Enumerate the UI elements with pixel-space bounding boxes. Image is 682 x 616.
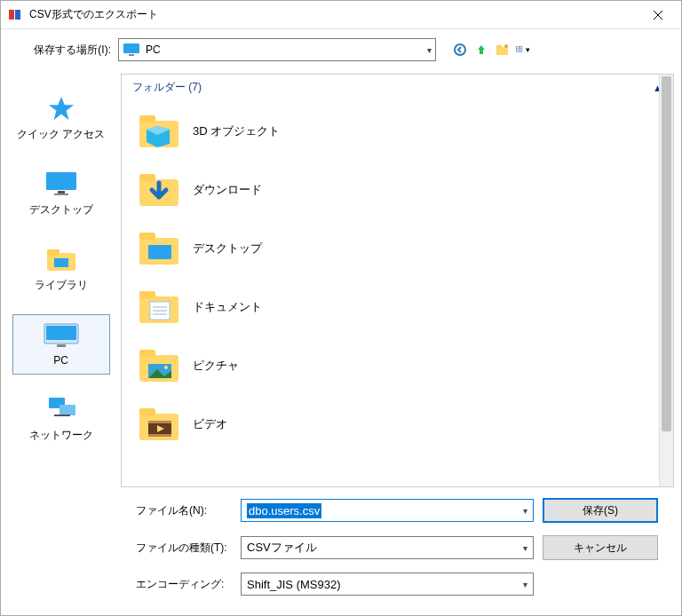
svg-point-9 <box>504 44 508 48</box>
section-header[interactable]: フォルダー (7) ▲ <box>122 75 673 97</box>
folder-downloads-icon <box>136 168 184 212</box>
folder-item-downloads[interactable]: ダウンロード <box>136 161 673 219</box>
nav-icons: ▾ <box>452 42 532 58</box>
svg-rect-43 <box>139 350 155 357</box>
svg-rect-35 <box>148 245 171 259</box>
folder-label: ビデオ <box>184 416 227 432</box>
save-button[interactable]: 保存(S) <box>543 498 658 523</box>
folder-pictures-icon <box>136 344 184 388</box>
svg-rect-10 <box>517 46 519 49</box>
encoding-label: エンコーディング: <box>136 577 232 592</box>
chevron-down-icon: ▾ <box>523 580 527 589</box>
svg-rect-32 <box>139 174 155 181</box>
filename-input[interactable]: dbo.users.csv ▾ <box>241 499 534 522</box>
svg-rect-48 <box>139 408 155 415</box>
body-area: クイック アクセス デスクトップ ライブラリ PC <box>1 67 681 487</box>
library-icon <box>45 244 77 274</box>
folder-label: 3D オブジェクト <box>184 123 280 139</box>
svg-rect-37 <box>139 291 155 298</box>
star-icon <box>48 93 75 123</box>
sidebar-item-label: ライブラリ <box>35 278 88 293</box>
pc-icon <box>123 43 140 57</box>
filename-row: ファイル名(N): dbo.users.csv ▾ 保存(S) <box>136 498 667 523</box>
svg-marker-14 <box>48 97 73 120</box>
folder-desktop-icon <box>136 226 184 271</box>
svg-point-46 <box>164 366 168 369</box>
sidebar-item-label: PC <box>53 354 68 367</box>
folder-documents-icon <box>136 285 184 329</box>
monitor-icon <box>45 169 77 199</box>
sidebar-item-label: デスクトップ <box>29 202 93 217</box>
pc-icon <box>43 320 80 351</box>
save-dialog: CSV形式でのエクスポート 保存する場所(I): PC ▾ ▾ <box>0 0 682 616</box>
location-label: 保存する場所(I): <box>8 43 118 58</box>
close-button[interactable] <box>638 2 678 28</box>
folder-item-3d-objects[interactable]: 3D オブジェクト <box>136 102 673 161</box>
sidebar-item-quick-access[interactable]: クイック アクセス <box>12 88 110 149</box>
filetype-value: CSVファイル <box>247 540 317 556</box>
sidebar-item-label: ネットワーク <box>29 428 93 443</box>
svg-rect-16 <box>58 191 65 193</box>
vertical-scrollbar[interactable] <box>659 75 673 486</box>
section-label: フォルダー (7) <box>132 80 202 95</box>
folder-content: フォルダー (7) ▲ 3D オブジェクト ダウンロード <box>121 74 674 487</box>
new-folder-icon[interactable] <box>495 42 511 58</box>
encoding-row: エンコーディング: Shift_JIS (MS932) ▾ <box>136 573 667 596</box>
encoding-dropdown[interactable]: Shift_JIS (MS932) ▾ <box>241 573 534 596</box>
bottom-panel: ファイル名(N): dbo.users.csv ▾ 保存(S) ファイルの種類(… <box>1 487 681 613</box>
svg-rect-7 <box>496 47 508 55</box>
folder-item-documents[interactable]: ドキュメント <box>136 278 673 336</box>
sidebar-item-libraries[interactable]: ライブラリ <box>12 239 110 300</box>
svg-rect-13 <box>519 50 522 52</box>
filename-value: dbo.users.csv <box>247 503 321 518</box>
svg-rect-8 <box>496 45 502 48</box>
svg-rect-17 <box>54 193 68 195</box>
svg-rect-25 <box>59 405 75 415</box>
svg-rect-22 <box>46 326 76 340</box>
network-icon <box>45 394 77 424</box>
sidebar-item-desktop[interactable]: デスクトップ <box>12 163 110 225</box>
filename-label: ファイル名(N): <box>136 503 232 518</box>
folder-list: 3D オブジェクト ダウンロード デスクトップ <box>122 97 673 454</box>
folder-label: デスクトップ <box>184 241 262 257</box>
encoding-value: Shift_JIS (MS932) <box>247 578 341 591</box>
folder-label: ピクチャ <box>184 358 239 374</box>
sidebar-item-pc[interactable]: PC <box>12 314 110 375</box>
svg-rect-0 <box>9 10 14 20</box>
places-sidebar: クイック アクセス デスクトップ ライブラリ PC <box>1 67 121 487</box>
svg-rect-20 <box>54 258 68 267</box>
chevron-down-icon: ▾ <box>523 506 527 516</box>
svg-rect-23 <box>57 344 66 347</box>
svg-rect-51 <box>148 434 171 437</box>
svg-rect-11 <box>519 46 522 49</box>
view-menu-icon[interactable]: ▾ <box>516 42 532 58</box>
folder-item-pictures[interactable]: ピクチャ <box>136 336 673 395</box>
svg-rect-19 <box>47 249 59 255</box>
svg-rect-4 <box>123 43 139 53</box>
svg-point-6 <box>455 44 465 55</box>
filetype-row: ファイルの種類(T): CSVファイル ▾ キャンセル <box>136 535 667 560</box>
svg-rect-12 <box>517 50 519 52</box>
app-icon <box>8 8 22 22</box>
back-icon[interactable] <box>452 42 468 58</box>
location-dropdown[interactable]: PC ▾ <box>118 38 436 61</box>
cancel-button[interactable]: キャンセル <box>543 535 658 560</box>
svg-rect-5 <box>129 54 134 56</box>
svg-rect-34 <box>139 233 155 240</box>
sidebar-item-label: クイック アクセス <box>17 127 105 142</box>
filetype-dropdown[interactable]: CSVファイル ▾ <box>241 536 534 559</box>
folder-label: ダウンロード <box>184 182 262 198</box>
filetype-label: ファイルの種類(T): <box>136 541 232 556</box>
sidebar-item-network[interactable]: ネットワーク <box>12 389 110 450</box>
folder-item-desktop[interactable]: デスクトップ <box>136 219 673 278</box>
folder-videos-icon <box>136 402 184 446</box>
folder-item-videos[interactable]: ビデオ <box>136 395 673 454</box>
up-one-level-icon[interactable] <box>473 42 489 58</box>
svg-rect-50 <box>148 421 171 423</box>
window-title: CSV形式でのエクスポート <box>29 7 158 22</box>
location-value: PC <box>146 43 161 56</box>
svg-rect-1 <box>15 10 20 20</box>
titlebar: CSV形式でのエクスポート <box>1 1 681 29</box>
scrollbar-thumb[interactable] <box>662 76 671 431</box>
chevron-down-icon: ▾ <box>427 45 432 55</box>
